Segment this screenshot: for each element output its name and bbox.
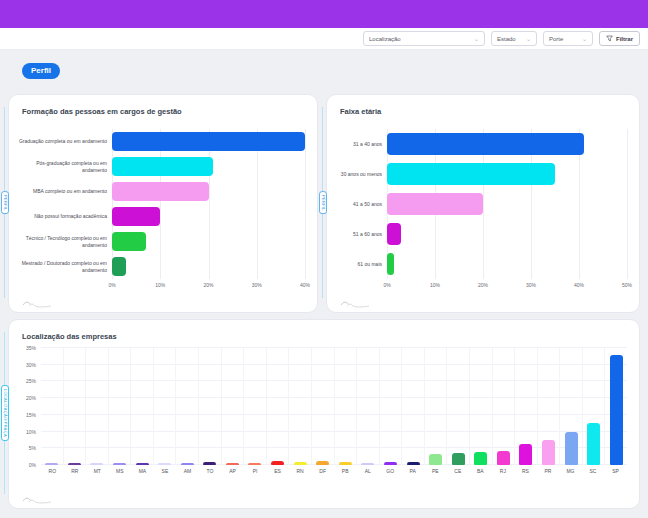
localizacao-chart-card: LOCALIZAÇÃO/PRAÇA Localização das empres… <box>8 319 640 509</box>
x-axis-tick: 20% <box>478 282 488 288</box>
bar <box>112 232 146 251</box>
chart-row <box>112 129 305 154</box>
x-axis-tick: AM <box>176 465 199 477</box>
bar <box>112 257 126 276</box>
chart-row <box>387 159 627 189</box>
bar <box>387 193 483 215</box>
x-axis-tick: MS <box>109 465 132 477</box>
x-axis-tick: PB <box>334 465 357 477</box>
y-axis-tick: 30% <box>26 362 36 368</box>
x-axis-tick: SP <box>604 465 627 477</box>
bar <box>429 454 442 465</box>
x-axis-tick: 0% <box>108 282 115 288</box>
category-label: Não possui formação acadêmica <box>15 204 112 229</box>
category-label: Mestrado / Doutorado completo ou em anda… <box>15 254 112 279</box>
y-axis-tick: 35% <box>26 345 36 351</box>
chart-column <box>175 348 198 465</box>
bar <box>519 444 532 465</box>
chevron-down-icon: ⌄ <box>526 36 531 42</box>
location-select[interactable]: Localização ⌄ <box>363 31 485 46</box>
x-axis-tick: 40% <box>300 282 310 288</box>
chart-row <box>112 229 305 254</box>
side-tab-perfil[interactable]: PERFIL <box>319 191 327 215</box>
x-axis-tick: SE <box>154 465 177 477</box>
bar <box>136 463 149 465</box>
bar <box>610 355 623 465</box>
bar <box>226 463 239 465</box>
chart-row <box>387 219 627 249</box>
mountain-waves-logo <box>21 492 55 504</box>
filter-button[interactable]: Filtrar <box>599 31 640 46</box>
x-axis-tick: PA <box>402 465 425 477</box>
bar <box>542 440 555 465</box>
bar <box>112 157 213 176</box>
chart-column <box>266 348 289 465</box>
x-axis-tick: MA <box>131 465 154 477</box>
bar <box>339 462 352 465</box>
x-axis-tick: RR <box>64 465 87 477</box>
x-axis-tick: 30% <box>526 282 536 288</box>
side-rail: PERFIL <box>4 107 5 298</box>
size-select[interactable]: Porte ⌄ <box>543 31 593 46</box>
side-rail: PERFIL <box>322 107 323 298</box>
chart-column <box>108 348 131 465</box>
chart-column <box>85 348 108 465</box>
category-label: Pós-graduação completa ou em andamento <box>15 154 112 179</box>
mountain-waves-logo <box>21 296 55 308</box>
x-axis-tick: MG <box>559 465 582 477</box>
x-axis-tick: 10% <box>430 282 440 288</box>
faixa-etaria-bar-chart: 31 a 40 anos30 anos ou menos41 a 50 anos… <box>327 116 639 290</box>
bar <box>158 463 171 465</box>
chart-column <box>446 348 469 465</box>
category-label: 51 a 60 anos <box>333 219 387 249</box>
chart-column <box>334 348 357 465</box>
side-tab-perfil[interactable]: PERFIL <box>1 191 9 215</box>
bar <box>387 133 584 155</box>
perfil-badge[interactable]: Perfil <box>22 63 60 79</box>
y-axis-tick: 0% <box>29 462 36 468</box>
x-axis-tick: GO <box>379 465 402 477</box>
filter-button-label: Filtrar <box>616 36 633 42</box>
chart-column <box>243 348 266 465</box>
category-label: MBA completo ou em andamento <box>15 179 112 204</box>
chart-title: Localização das empresas <box>9 320 639 341</box>
x-axis-tick: PR <box>537 465 560 477</box>
chart-column <box>130 348 153 465</box>
bar <box>452 453 465 465</box>
chart-column <box>492 348 515 465</box>
x-axis-tick: DF <box>311 465 334 477</box>
chart-row <box>112 179 305 204</box>
y-axis-tick: 20% <box>26 395 36 401</box>
x-axis-tick: PI <box>244 465 267 477</box>
bar <box>248 463 261 465</box>
state-select[interactable]: Estado ⌄ <box>491 31 537 46</box>
bar <box>316 461 329 465</box>
chart-column <box>559 348 582 465</box>
chart-column <box>469 348 492 465</box>
bar <box>113 463 126 465</box>
x-axis-tick: RO <box>41 465 64 477</box>
chart-column <box>198 348 221 465</box>
filter-bar: Localização ⌄ Estado ⌄ Porte ⌄ Filtrar <box>0 28 648 50</box>
bar <box>45 463 58 465</box>
bar <box>203 462 216 465</box>
chart-column <box>582 348 605 465</box>
x-axis-tick: PE <box>424 465 447 477</box>
bar <box>474 452 487 465</box>
chart-column <box>63 348 86 465</box>
chart-column <box>41 348 63 465</box>
bar <box>112 207 160 226</box>
x-axis-tick: CE <box>447 465 470 477</box>
y-axis-tick: 15% <box>26 412 36 418</box>
x-axis-tick: RN <box>289 465 312 477</box>
bar <box>294 462 307 465</box>
formacao-chart-card: PERFIL Formação das pessoas em cargos de… <box>8 94 318 313</box>
faixa-etaria-chart-card: PERFIL Faixa etária 31 a 40 anos30 anos … <box>326 94 640 313</box>
chevron-down-icon: ⌄ <box>582 36 587 42</box>
bar <box>181 463 194 465</box>
bar <box>387 253 394 275</box>
category-label: Técnico / Tecnólogo completo ou em andam… <box>15 229 112 254</box>
side-tab-localizacao[interactable]: LOCALIZAÇÃO/PRAÇA <box>1 385 9 441</box>
x-axis-tick: 20% <box>203 282 213 288</box>
x-axis-tick: RS <box>514 465 537 477</box>
